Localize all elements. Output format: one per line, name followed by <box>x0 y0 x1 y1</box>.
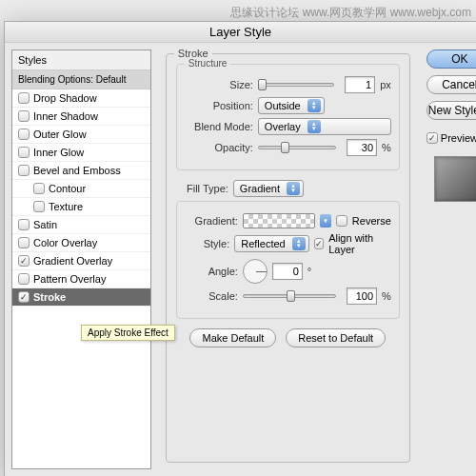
style-item-drop-shadow[interactable]: Drop Shadow <box>12 89 150 108</box>
dialog-content: Styles Blending Options: Default Drop Sh… <box>5 43 476 476</box>
style-item-contour[interactable]: Contour <box>12 180 150 198</box>
size-label: Size: <box>185 79 253 90</box>
position-label: Position: <box>185 100 253 111</box>
style-checkbox[interactable] <box>18 219 30 230</box>
preview-label: Preview <box>441 132 476 144</box>
reverse-checkbox[interactable] <box>336 215 347 227</box>
reverse-label: Reverse <box>352 215 391 227</box>
stroke-settings-panel: Stroke Structure Size: 1 px Position: Ou… <box>158 50 418 469</box>
style-item-texture[interactable]: Texture <box>12 198 150 216</box>
size-unit: px <box>380 79 391 90</box>
layer-style-dialog: Layer Style Styles Blending Options: Def… <box>4 21 476 476</box>
chevron-updown-icon: ▲▼ <box>307 120 321 133</box>
style-checkbox[interactable] <box>33 183 45 194</box>
style-checkbox[interactable] <box>18 237 30 248</box>
style-item-satin[interactable]: Satin <box>12 216 150 234</box>
ok-button[interactable]: OK <box>426 50 476 69</box>
style-checkbox[interactable] <box>18 255 30 267</box>
make-default-button[interactable]: Make Default <box>189 328 276 347</box>
style-item-label: Contour <box>49 183 86 194</box>
gradient-style-dropdown[interactable]: Reflected▲▼ <box>234 235 308 252</box>
style-item-color-overlay[interactable]: Color Overlay <box>12 234 150 252</box>
style-item-gradient-overlay[interactable]: Gradient Overlay <box>12 252 150 270</box>
size-input[interactable]: 1 <box>345 76 375 93</box>
style-item-inner-glow[interactable]: Inner Glow <box>12 144 150 162</box>
blend-mode-dropdown[interactable]: Overlay▲▼ <box>258 118 391 135</box>
blend-mode-label: Blend Mode: <box>185 121 253 132</box>
size-slider[interactable] <box>258 77 334 92</box>
style-item-pattern-overlay[interactable]: Pattern Overlay <box>12 270 150 288</box>
filltype-dropdown[interactable]: Gradient▲▼ <box>233 180 304 197</box>
preview-checkbox[interactable] <box>426 132 438 144</box>
blending-options-item[interactable]: Blending Options: Default <box>12 70 150 89</box>
opacity-slider[interactable] <box>258 140 336 155</box>
angle-label: Angle: <box>185 266 238 277</box>
style-item-inner-shadow[interactable]: Inner Shadow <box>12 108 150 126</box>
preview-swatch <box>434 156 476 202</box>
style-item-outer-glow[interactable]: Outer Glow <box>12 126 150 144</box>
structure-group: Structure Size: 1 px Position: Outside▲▼… <box>176 64 400 170</box>
dialog-buttons: OK Cancel New Style… Preview <box>425 43 476 476</box>
style-item-label: Satin <box>33 219 57 230</box>
style-checkbox[interactable] <box>18 110 30 122</box>
style-item-stroke[interactable]: Stroke <box>12 288 150 307</box>
gradient-label: Gradient: <box>185 215 238 227</box>
style-checkbox[interactable] <box>18 92 30 104</box>
cancel-button[interactable]: Cancel <box>426 75 476 94</box>
gradient-style-label: Style: <box>185 238 229 249</box>
opacity-unit: % <box>382 142 391 153</box>
style-item-label: Drop Shadow <box>33 92 97 104</box>
style-checkbox[interactable] <box>18 165 30 176</box>
position-dropdown[interactable]: Outside▲▼ <box>258 97 325 114</box>
chevron-updown-icon: ▲▼ <box>292 237 306 250</box>
style-item-label: Stroke <box>33 291 66 303</box>
opacity-label: Opacity: <box>185 142 253 153</box>
style-checkbox[interactable] <box>18 129 30 140</box>
scale-input[interactable]: 100 <box>347 288 377 305</box>
chevron-updown-icon: ▲▼ <box>307 99 321 112</box>
scale-unit: % <box>382 290 391 302</box>
chevron-updown-icon: ▲▼ <box>287 182 300 195</box>
style-checkbox[interactable] <box>18 291 30 303</box>
angle-input[interactable]: 0 <box>272 263 303 280</box>
style-item-bevel-and-emboss[interactable]: Bevel and Emboss <box>12 162 150 180</box>
angle-unit: ° <box>307 266 311 277</box>
style-checkbox[interactable] <box>18 147 30 158</box>
watermark-text: 思缘设计论坛 www.网页教学网 www.webjx.com <box>230 5 471 21</box>
style-item-label: Inner Shadow <box>33 110 98 122</box>
style-item-label: Texture <box>49 201 83 212</box>
style-item-label: Pattern Overlay <box>33 273 106 285</box>
filltype-label: Fill Type: <box>176 183 228 194</box>
align-label: Align with Layer <box>328 232 391 255</box>
opacity-input[interactable]: 30 <box>347 139 377 156</box>
structure-legend: Structure <box>185 58 231 69</box>
scale-label: Scale: <box>185 290 238 302</box>
angle-dial[interactable] <box>243 259 268 284</box>
style-item-label: Inner Glow <box>33 147 84 158</box>
style-item-label: Gradient Overlay <box>33 255 112 267</box>
stroke-group: Stroke Structure Size: 1 px Position: Ou… <box>166 53 410 463</box>
align-with-layer-checkbox[interactable] <box>314 238 324 249</box>
gradient-group: Gradient: ▼ Reverse Style: Reflected▲▼ A… <box>176 201 400 319</box>
reset-to-default-button[interactable]: Reset to Default <box>286 328 386 347</box>
dialog-title: Layer Style <box>5 22 476 43</box>
styles-header[interactable]: Styles <box>12 50 150 70</box>
style-checkbox[interactable] <box>33 201 45 212</box>
style-item-label: Bevel and Emboss <box>33 165 121 176</box>
new-style-button[interactable]: New Style… <box>426 101 476 120</box>
scale-slider[interactable] <box>243 288 336 304</box>
gradient-picker-arrow-icon[interactable]: ▼ <box>320 214 331 228</box>
style-item-label: Color Overlay <box>33 237 97 248</box>
styles-list: Styles Blending Options: Default Drop Sh… <box>11 50 151 469</box>
style-item-label: Outer Glow <box>33 129 87 140</box>
style-checkbox[interactable] <box>18 273 30 285</box>
gradient-swatch[interactable] <box>243 213 315 228</box>
